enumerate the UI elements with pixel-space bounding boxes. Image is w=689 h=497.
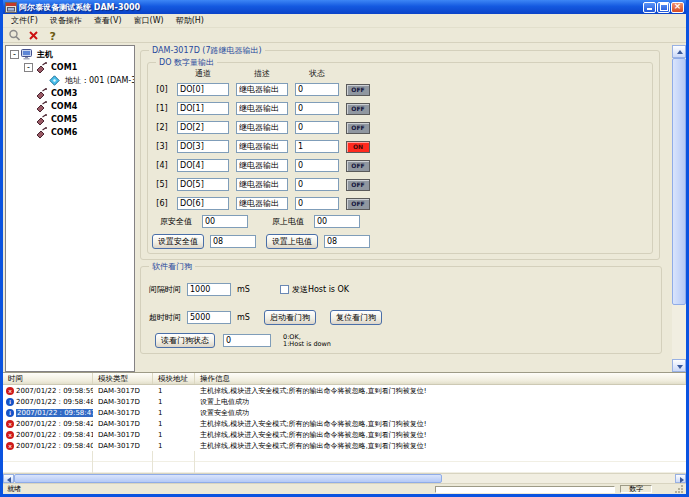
do-channel-input-2[interactable] [177,121,229,134]
menu-item-window[interactable]: 窗口(W) [128,14,170,27]
watchdog-groupbox: 软件看门狗 间隔时间 mS 发送Host is OK 超时时间 mS 启动看门狗… [140,266,662,354]
set-safe-value-button[interactable]: 设置安全值 [152,234,204,249]
menu-item-file[interactable]: 文件(F) [5,14,44,27]
do-toggle-button-4[interactable]: OFF [346,160,370,172]
send-host-checkbox[interactable] [280,285,289,294]
scrollbar-thumb[interactable] [672,58,686,305]
log-message-cell: 设置安全值成功 [195,408,686,418]
collapse-minus-icon[interactable]: - [24,63,33,72]
log-row-1[interactable]: i2007/01/22 : 09:58:48DAM-3017D1设置上电值成功 [3,396,686,407]
tree-item-com4[interactable]: COM4 [6,100,134,113]
set-power-value-input[interactable] [324,235,370,248]
timeout-input[interactable] [187,311,231,324]
do-status-input-6[interactable] [295,197,339,210]
tree-item-com5[interactable]: COM5 [6,113,134,126]
tree-item-host[interactable]: -主机 [6,48,134,61]
do-status-input-3[interactable] [295,140,339,153]
do-channel-input-6[interactable] [177,197,229,210]
log-panel: 时间模块类型模块地址操作信息 ×2007/01/22 : 09:58:59DAM… [3,372,686,473]
set-values-row: 设置安全值 设置上电值 [152,234,370,249]
do-channel-input-0[interactable] [177,83,229,96]
resize-grip[interactable] [674,485,684,494]
scroll-left-icon[interactable] [3,474,14,483]
log-column-time[interactable]: 时间 [3,373,93,384]
do-toggle-button-6[interactable]: OFF [346,198,370,210]
log-row-3[interactable]: ×2007/01/22 : 09:58:42DAM-3017D1主机掉线,模块进… [3,418,686,429]
do-status-input-4[interactable] [295,159,339,172]
main-vertical-scrollbar[interactable] [672,45,686,372]
log-time-cell: ×2007/01/22 : 09:58:59 [3,387,93,395]
status-num-indicator: 数字 [620,485,652,493]
log-row-4[interactable]: ×2007/01/22 : 09:58:41DAM-3017D1主机掉线,模块进… [3,429,686,440]
do-desc-input-6[interactable] [236,197,288,210]
scroll-up-icon[interactable] [672,45,686,58]
do-channel-input-1[interactable] [177,102,229,115]
do-desc-input-4[interactable] [236,159,288,172]
maximize-button[interactable] [657,2,670,13]
scroll-right-icon[interactable] [675,474,686,483]
do-status-input-5[interactable] [295,178,339,191]
do-desc-input-5[interactable] [236,178,288,191]
tree-item-address-001[interactable]: 地址：001 (DAM-3017D) [6,74,134,87]
log-rows: ×2007/01/22 : 09:58:59DAM-3017D1主机掉线,模块进… [3,385,686,451]
log-address-cell: 1 [153,398,195,406]
do-toggle-button-2[interactable]: OFF [346,122,370,134]
log-column-operation-info[interactable]: 操作信息 [195,373,686,384]
set-power-value-button[interactable]: 设置上电值 [266,234,318,249]
do-status-input-2[interactable] [295,121,339,134]
com-port-icon [35,62,48,73]
interval-input[interactable] [187,283,231,296]
do-channel-input-4[interactable] [177,159,229,172]
do-index-label-0: [0] [154,85,170,94]
do-toggle-button-0[interactable]: OFF [346,84,370,96]
do-toggle-button-1[interactable]: OFF [346,103,370,115]
do-channel-input-3[interactable] [177,140,229,153]
orig-safe-value-field[interactable] [202,215,248,228]
tree-item-label: COM6 [51,128,77,137]
minimize-button[interactable] [643,2,656,13]
watchdog-status-field[interactable] [223,334,271,347]
module-groupbox: DAM-3017D (7路继电器输出) DO 数字量输出 通道描述状态[0]OF… [140,50,660,260]
do-desc-input-2[interactable] [236,121,288,134]
tree-item-com1[interactable]: -COM1 [6,61,134,74]
tree-item-com6[interactable]: COM6 [6,126,134,139]
log-row-5[interactable]: ×2007/01/22 : 09:58:40DAM-3017D1主机掉线,模块进… [3,440,686,451]
log-row-2[interactable]: i2007/01/22 : 09:58:47DAM-3017D1设置安全值成功 [3,407,686,418]
scrollbar-track[interactable] [672,58,686,359]
error-icon: × [6,387,14,395]
hscrollbar-thumb[interactable] [14,474,442,483]
log-column-module-type[interactable]: 模块类型 [93,373,153,384]
do-desc-input-3[interactable] [236,140,288,153]
titlebar[interactable]: 阿尔泰设备测试系统 DAM-3000 [3,0,686,14]
log-time-cell: ×2007/01/22 : 09:58:40 [3,442,93,450]
do-desc-input-0[interactable] [236,83,288,96]
tree-item-com3[interactable]: COM3 [6,87,134,100]
reset-watchdog-button[interactable]: 复位看门狗 [330,310,382,325]
do-toggle-button-3[interactable]: ON [346,141,370,153]
red-x-icon[interactable] [25,29,41,42]
do-status-input-0[interactable] [295,83,339,96]
do-desc-input-1[interactable] [236,102,288,115]
help-question-icon[interactable]: ? [44,29,60,42]
log-module-cell: DAM-3017D [93,409,153,417]
log-horizontal-scrollbar[interactable] [3,473,686,483]
set-safe-value-input[interactable] [210,235,256,248]
do-channel-input-5[interactable] [177,178,229,191]
log-column-module-address[interactable]: 模块地址 [153,373,195,384]
orig-power-value-field[interactable] [314,215,360,228]
log-address-cell: 1 [153,442,195,450]
log-row-0[interactable]: ×2007/01/22 : 09:58:59DAM-3017D1主机掉线,模块进… [3,385,686,396]
do-status-input-1[interactable] [295,102,339,115]
read-watchdog-status-button[interactable]: 读看门狗状态 [155,333,215,348]
collapse-minus-icon[interactable]: - [10,50,19,59]
orig-safe-label: 原安全值 [160,216,192,227]
do-toggle-button-5[interactable]: OFF [346,179,370,191]
magnifier-icon[interactable] [6,29,22,42]
close-button[interactable] [671,2,684,13]
start-watchdog-button[interactable]: 启动看门狗 [264,310,316,325]
menu-item-device-operation[interactable]: 设备操作 [44,14,88,27]
hscrollbar-track[interactable] [14,474,675,483]
scroll-down-icon[interactable] [672,359,686,372]
menu-item-view[interactable]: 查看(V) [88,14,128,27]
menu-item-help[interactable]: 帮助(H) [170,14,210,27]
